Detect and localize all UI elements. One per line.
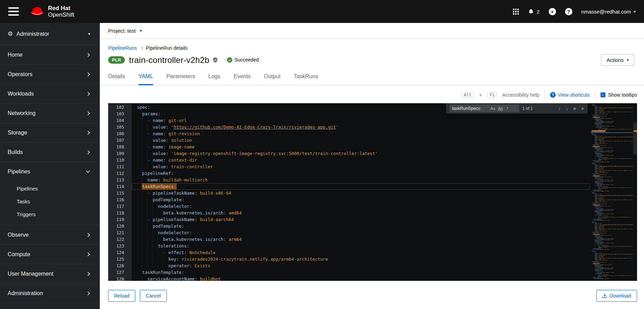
code-line-116[interactable]: 116 podTemplate: <box>108 196 590 203</box>
minimap[interactable]: spec: params: - name: git-url value: 'ht… <box>590 103 633 281</box>
regex-toggle[interactable]: .* <box>504 106 510 111</box>
editor-footer: Reload Cancel Download <box>108 290 637 302</box>
scrollbar-slider[interactable] <box>633 123 637 155</box>
editor-scrollbar[interactable] <box>633 103 637 281</box>
sidebar-item-label: Workloads <box>8 91 34 97</box>
actions-button[interactable]: Actions ▾ <box>601 54 634 66</box>
code-line-122[interactable]: 122 beta.kubernetes.io/arch: arm64 <box>108 236 590 243</box>
sidebar-subitem-triggers[interactable]: Triggers <box>0 208 100 221</box>
sidebar-item-label: Operators <box>8 71 32 78</box>
line-number: 103 <box>108 111 132 117</box>
code-line-114[interactable]: 114 taskRunSpecs: <box>108 183 590 190</box>
show-tooltips-toggle[interactable]: ✓ Show tooltips <box>601 92 637 98</box>
brand-line1: Red Hat <box>48 5 74 11</box>
code-line-113[interactable]: 113 name: buildah-multiarch <box>108 177 590 183</box>
line-number: 123 <box>108 243 132 249</box>
sidebar-item-home[interactable]: Home <box>0 45 100 65</box>
breadcrumb-current: PipelineRun details <box>146 45 188 51</box>
code-line-105[interactable]: 105 value: 'https://github.com/Demo-AI-E… <box>108 124 590 130</box>
match-case-toggle[interactable]: Aa <box>489 106 497 111</box>
sidebar-item-workloads[interactable]: Workloads <box>0 84 100 104</box>
tab-details[interactable]: Details <box>108 73 125 85</box>
sidebar-subitem-tasks[interactable]: Tasks <box>0 195 100 208</box>
line-number: 106 <box>108 130 132 137</box>
sidebar-item-builds[interactable]: Builds <box>0 143 100 162</box>
user-menu[interactable]: nmasse@redhat.com ▾ <box>581 9 636 15</box>
code-line-121[interactable]: 121 nodeSelector: <box>108 229 590 236</box>
code-line-111[interactable]: 111 value: train-controller <box>108 163 590 170</box>
sidebar-item-storage[interactable]: Storage <box>0 123 100 143</box>
chevron-right-icon <box>86 291 90 295</box>
code-line-108[interactable]: 108 - name: image-name <box>108 144 590 150</box>
brand-logo: Red Hat OpenShift <box>30 5 74 18</box>
chevron-right-icon <box>140 47 143 49</box>
code-line-120[interactable]: 120 podTemplate: <box>108 223 590 229</box>
code-line-127[interactable]: 127 taskRunTemplate: <box>108 269 590 276</box>
chevron-right-icon <box>86 252 90 256</box>
next-match-icon[interactable]: ↓ <box>565 106 569 111</box>
sidebar-item-networking[interactable]: Networking <box>0 104 100 123</box>
add-plus-icon[interactable]: + <box>549 8 556 15</box>
caret-down-icon[interactable]: ▾ <box>140 29 142 33</box>
sidebar-item-pipelines[interactable]: Pipelines <box>0 162 100 181</box>
chevron-right-icon <box>86 72 90 76</box>
line-number: 121 <box>108 229 132 236</box>
checkbox-checked-icon[interactable]: ✓ <box>601 92 605 97</box>
code-line-126[interactable]: 126 operator: Exists <box>108 262 590 269</box>
code-line-110[interactable]: 110 - name: context-dir <box>108 157 590 163</box>
breadcrumb-link-pipelineruns[interactable]: PipelineRuns <box>108 45 137 51</box>
tab-events[interactable]: Events <box>234 73 251 85</box>
code-line-112[interactable]: 112 pipelineRef: <box>108 170 590 177</box>
yaml-editor[interactable]: 102spec:103 params:104 - name: git-url10… <box>108 103 637 281</box>
find-input-box[interactable]: Aa Ab .* <box>450 105 519 112</box>
line-number: 115 <box>108 190 132 196</box>
help-icon[interactable]: ? <box>565 8 572 15</box>
caret-down-icon: ▾ <box>88 32 90 36</box>
sidebar-item-observe[interactable]: Observe <box>0 225 100 245</box>
line-number: 128 <box>108 276 132 281</box>
reload-button[interactable]: Reload <box>108 290 135 302</box>
find-input[interactable] <box>452 106 489 111</box>
tab-yaml[interactable]: YAML <box>138 73 153 85</box>
view-shortcuts-link[interactable]: ? View shortcuts <box>550 92 590 98</box>
nav-toggle-icon[interactable] <box>8 7 19 16</box>
code-line-125[interactable]: 125 key: rivieradev2024-crazytrain.netli… <box>108 256 590 262</box>
code-line-118[interactable]: 118 beta.kubernetes.io/arch: amd64 <box>108 210 590 216</box>
code-line-106[interactable]: 106 - name: git-revision <box>108 130 590 137</box>
code-line-123[interactable]: 123 tolerations: <box>108 243 590 249</box>
code-line-107[interactable]: 107 value: solution <box>108 137 590 144</box>
sidebar-item-compute[interactable]: Compute <box>0 245 100 264</box>
chevron-right-icon <box>86 272 90 276</box>
sidebar-subitem-pipelines[interactable]: Pipelines <box>0 182 100 195</box>
sidebar-item-administration[interactable]: Administration <box>0 284 100 303</box>
tab-taskruns[interactable]: TaskRuns <box>294 73 318 85</box>
tab-output[interactable]: Output <box>264 73 281 85</box>
tab-logs[interactable]: Logs <box>208 73 220 85</box>
code-line-128[interactable]: 128 serviceAccountName: buildbot <box>108 276 590 281</box>
find-in-selection-icon[interactable]: ≡ <box>572 106 577 111</box>
sidebar-item-user-management[interactable]: User Management <box>0 264 100 284</box>
code-line-124[interactable]: 124 - effect: NoSchedule <box>108 249 590 256</box>
code-line-117[interactable]: 117 nodeSelector: <box>108 203 590 210</box>
whole-word-toggle[interactable]: Ab <box>497 106 504 111</box>
tab-parameters[interactable]: Parameters <box>166 73 195 85</box>
notifications-bell-icon[interactable]: 2 <box>528 8 539 15</box>
perspective-switcher[interactable]: ⚙ Administrator ▾ <box>0 23 100 45</box>
find-widget: Aa Ab .* 1 of 1 ↑ ↓ ≡ × <box>446 103 588 114</box>
code-line-115[interactable]: 115 - pipelineTaskName: build-x86-64 <box>108 190 590 196</box>
code-line-109[interactable]: 109 value: 'image-registry.openshift-ima… <box>108 150 590 157</box>
sidebar-item-label: Observe <box>8 232 29 238</box>
download-button[interactable]: Download <box>596 290 637 302</box>
sidebar-item-operators[interactable]: Operators <box>0 65 100 84</box>
code-line-104[interactable]: 104 - name: git-url <box>108 117 590 124</box>
app-launcher-icon[interactable] <box>513 9 519 15</box>
previous-match-icon[interactable]: ↑ <box>557 106 562 111</box>
chevron-right-icon <box>86 131 90 135</box>
code-line-119[interactable]: 119 - pipelineTaskName: build-aarch64 <box>108 216 590 223</box>
sidebar-nav: ⚙ Administrator ▾ HomeOperatorsWorkloads… <box>0 23 100 309</box>
line-number: 105 <box>108 124 132 130</box>
close-find-icon[interactable]: × <box>580 106 585 111</box>
sidebar-item-label: Networking <box>8 110 35 116</box>
project-selector[interactable]: Project: test <box>108 28 136 34</box>
cancel-button[interactable]: Cancel <box>140 290 167 302</box>
